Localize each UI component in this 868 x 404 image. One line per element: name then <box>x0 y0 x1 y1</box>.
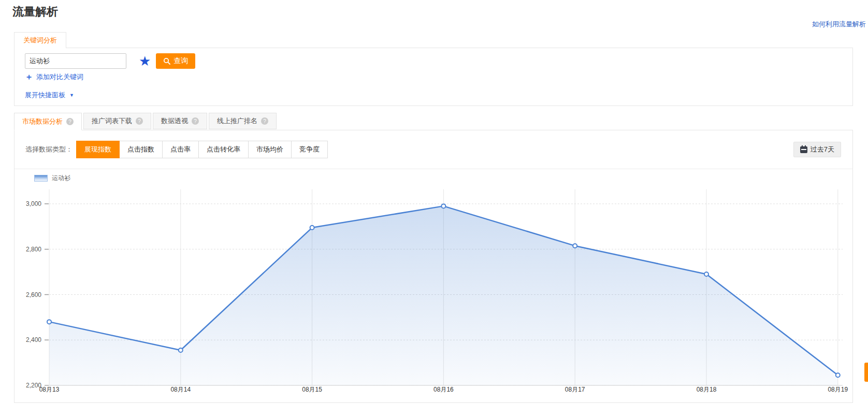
tab-data-pivot[interactable]: 数据透视 ? <box>153 113 207 129</box>
x-axis-label: 08月14 <box>170 386 191 393</box>
keyword-row: ★ 查询 <box>25 53 195 69</box>
tab-data-pivot-label: 数据透视 <box>161 116 188 126</box>
keyword-panel: ★ 查询 ＋ 添加对比关键词 展开快捷面板 ▼ <box>14 48 853 106</box>
tab-market-data-analysis[interactable]: 市场数据分析 ? <box>14 113 82 130</box>
trend-chart-area: 2,2002,4002,6002,8003,00008月1308月1408月15… <box>15 184 852 402</box>
page-title: 流量解析 <box>12 4 58 20</box>
calendar-icon <box>800 146 807 153</box>
data-type-click-index[interactable]: 点击指数 <box>119 141 163 158</box>
chart-point[interactable] <box>47 320 51 324</box>
help-link[interactable]: 如何利用流量解析 <box>812 20 866 29</box>
add-compare-keyword-label: 添加对比关键词 <box>36 72 83 82</box>
x-axis-label: 08月15 <box>302 386 322 393</box>
help-question-icon[interactable]: ? <box>261 117 268 125</box>
add-compare-keyword-link[interactable]: ＋ 添加对比关键词 <box>25 72 83 82</box>
trend-chart[interactable]: 2,2002,4002,6002,8003,00008月1308月1408月15… <box>15 184 852 402</box>
chart-legend[interactable]: 运动衫 <box>34 174 70 183</box>
data-type-button-group: 展现指数 点击指数 点击率 点击转化率 市场均价 竞争度 <box>77 141 328 158</box>
data-type-market-avg-price[interactable]: 市场均价 <box>248 141 292 158</box>
tab-promo-wordlist-download[interactable]: 推广词表下载 ? <box>83 113 151 129</box>
y-axis-label: 2,600 <box>26 291 41 298</box>
tab-keyword-analysis[interactable]: 关键词分析 <box>14 32 66 48</box>
y-axis-label: 2,400 <box>26 336 41 343</box>
tab-online-promo-ranking-label: 线上推广排名 <box>217 116 257 126</box>
help-question-icon[interactable]: ? <box>192 117 199 125</box>
chart-point[interactable] <box>573 244 577 248</box>
date-range-label: 过去7天 <box>811 145 834 154</box>
plus-icon: ＋ <box>25 73 33 81</box>
query-button[interactable]: 查询 <box>156 53 195 69</box>
tab-online-promo-ranking[interactable]: 线上推广排名 ? <box>209 113 277 129</box>
tab-market-data-analysis-label: 市场数据分析 <box>22 117 63 126</box>
x-axis-label: 08月17 <box>565 386 585 393</box>
chevron-down-icon: ▼ <box>69 93 74 98</box>
y-axis-label: 2,800 <box>26 246 41 253</box>
search-icon <box>163 57 170 65</box>
data-type-selector: 选择数据类型： 展现指数 点击指数 点击率 点击转化率 市场均价 竞争度 <box>25 141 328 158</box>
x-axis-label: 08月18 <box>697 386 717 393</box>
chart-panel: 选择数据类型： 展现指数 点击指数 点击率 点击转化率 市场均价 竞争度 过去7… <box>14 130 853 403</box>
favorite-star-icon[interactable]: ★ <box>139 54 151 68</box>
x-axis-label: 08月19 <box>828 386 848 393</box>
help-question-icon[interactable]: ? <box>66 118 74 125</box>
x-axis-label: 08月16 <box>433 386 454 393</box>
expand-quick-panel-link[interactable]: 展开快捷面板 ▼ <box>25 91 74 100</box>
y-axis-label: 3,000 <box>26 200 41 207</box>
tab-keyword-analysis-label: 关键词分析 <box>23 36 57 45</box>
legend-swatch-icon <box>34 175 48 182</box>
chart-point[interactable] <box>836 373 840 377</box>
series-area <box>49 206 838 385</box>
chart-point[interactable] <box>310 226 314 230</box>
keyword-input[interactable] <box>25 53 126 69</box>
legend-label: 运动衫 <box>52 174 70 183</box>
expand-quick-panel-label: 展开快捷面板 <box>25 91 65 100</box>
tab-promo-wordlist-download-label: 推广词表下载 <box>92 116 132 126</box>
query-button-label: 查询 <box>173 56 188 66</box>
data-type-impression-index[interactable]: 展现指数 <box>76 141 120 158</box>
chart-point[interactable] <box>441 204 445 208</box>
divider <box>15 169 852 169</box>
data-type-label: 选择数据类型： <box>25 145 73 154</box>
analysis-tabs: 市场数据分析 ? 推广词表下载 ? 数据透视 ? 线上推广排名 ? <box>14 113 277 130</box>
data-type-competition[interactable]: 竞争度 <box>291 141 328 158</box>
chart-point[interactable] <box>704 272 708 276</box>
floating-side-tab-partial[interactable] <box>864 363 868 382</box>
chart-point[interactable] <box>179 348 183 352</box>
data-type-click-conversion-rate[interactable]: 点击转化率 <box>198 141 249 158</box>
x-axis-label: 08月13 <box>39 386 60 393</box>
help-question-icon[interactable]: ? <box>136 117 143 125</box>
data-type-click-rate[interactable]: 点击率 <box>162 141 199 158</box>
date-range-button[interactable]: 过去7天 <box>793 142 841 157</box>
